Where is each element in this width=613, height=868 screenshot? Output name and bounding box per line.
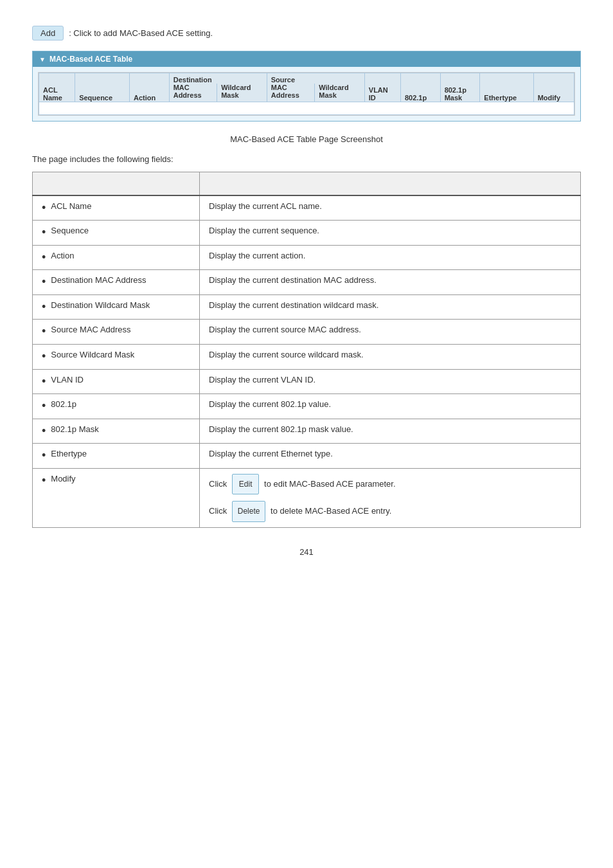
collapse-arrow-icon[interactable]: ▼ (39, 56, 46, 63)
field-label-sequence: • Sequence (33, 221, 200, 246)
th-source-group: Source (267, 73, 364, 84)
th-vlan-id: VLANID (364, 73, 400, 102)
bullet-sequence: • (42, 226, 46, 240)
bullet-vlan-id: • (42, 375, 46, 389)
field-label-acl-name: • ACL Name (33, 195, 200, 221)
bullet-modify: • (42, 474, 46, 488)
fields-intro: The page includes the following fields: (32, 154, 581, 164)
field-row-acl-name: • ACL Name Display the current ACL name. (33, 195, 581, 221)
field-row-src-wildcard: • Source Wildcard Mask Display the curre… (33, 345, 581, 370)
add-button[interactable]: Add (32, 26, 64, 41)
field-desc-vlan-id: Display the current VLAN ID. (200, 369, 581, 394)
th-src-mac: MACAddress (267, 84, 315, 102)
th-dest-wildcard: WildcardMask (217, 84, 267, 102)
th-8021p-mask: 802.1pMask (440, 73, 480, 102)
field-desc-src-wildcard: Display the current source wildcard mask… (200, 345, 581, 370)
th-8021p: 802.1p (400, 73, 440, 102)
field-desc-acl-name: Display the current ACL name. (200, 195, 581, 221)
bullet-src-wildcard: • (42, 350, 46, 364)
field-row-dest-mac: • Destination MAC Address Display the cu… (33, 270, 581, 295)
th-action: Action (130, 73, 170, 102)
field-desc-dest-wildcard: Display the current destination wildcard… (200, 294, 581, 320)
edit-button-example[interactable]: Edit (232, 474, 260, 494)
page-number: 241 (32, 547, 581, 557)
bullet-ethertype: • (42, 449, 46, 463)
bullet-action: • (42, 251, 46, 265)
th-sequence: Sequence (75, 73, 130, 102)
bullet-8021p-mask: • (42, 424, 46, 439)
field-desc-src-mac: Display the current source MAC address. (200, 320, 581, 345)
delete-desc-prefix: Click (209, 506, 229, 516)
field-label-vlan-id: • VLAN ID (33, 369, 200, 394)
field-label-action: • Action (33, 245, 200, 270)
field-row-modify: • Modify Click Edit to edit MAC-Based AC… (33, 469, 581, 528)
field-desc-action: Display the current action. (200, 245, 581, 270)
header-row (33, 172, 581, 195)
bullet-dest-wildcard: • (42, 300, 46, 314)
th-ethertype: Ethertype (480, 73, 533, 102)
ace-table: ACLName Sequence Action Destination Sour… (39, 73, 574, 115)
field-label-ethertype: • Ethertype (33, 444, 200, 469)
field-label-dest-wildcard: • Destination Wildcard Mask (33, 294, 200, 320)
delete-desc-suffix: to delete MAC-Based ACE entry. (271, 506, 391, 516)
field-desc-8021p-mask: Display the current 802.1p mask value. (200, 419, 581, 444)
th-src-wildcard: WildcardMask (315, 84, 365, 102)
edit-desc-suffix: to edit MAC-Based ACE parameter. (264, 479, 395, 489)
th-modify: Modify (533, 73, 574, 102)
field-desc-ethertype: Display the current Ethernet type. (200, 444, 581, 469)
ace-table-empty-row (39, 102, 574, 115)
table-caption: MAC-Based ACE Table Page Screenshot (32, 134, 581, 144)
th-dest-mac: MACAddress (169, 84, 217, 102)
field-label-modify: • Modify (33, 469, 200, 528)
fields-table: • ACL Name Display the current ACL name.… (32, 172, 581, 528)
field-row-sequence: • Sequence Display the current sequence. (33, 221, 581, 246)
th-destination-group: Destination (169, 73, 267, 84)
field-desc-modify: Click Edit to edit MAC-Based ACE paramet… (200, 469, 581, 528)
field-row-dest-wildcard: • Destination Wildcard Mask Display the … (33, 294, 581, 320)
add-section: Add : Click to add MAC-Based ACE setting… (32, 26, 581, 41)
field-row-vlan-id: • VLAN ID Display the current VLAN ID. (33, 369, 581, 394)
bullet-dest-mac: • (42, 275, 46, 289)
field-desc-8021p: Display the current 802.1p value. (200, 394, 581, 419)
field-label-8021p-mask: • 802.1p Mask (33, 419, 200, 444)
field-row-src-mac: • Source MAC Address Display the current… (33, 320, 581, 345)
field-label-dest-mac: • Destination MAC Address (33, 270, 200, 295)
ace-table-inner: ACLName Sequence Action Destination Sour… (38, 72, 575, 116)
field-row-action: • Action Display the current action. (33, 245, 581, 270)
field-label-src-wildcard: • Source Wildcard Mask (33, 345, 200, 370)
bullet-8021p: • (42, 399, 46, 413)
field-label-src-mac: • Source MAC Address (33, 320, 200, 345)
field-row-8021p: • 802.1p Display the current 802.1p valu… (33, 394, 581, 419)
field-row-ethertype: • Ethertype Display the current Ethernet… (33, 444, 581, 469)
delete-button-example[interactable]: Delete (232, 501, 266, 521)
ace-table-section: ▼ MAC-Based ACE Table ACLName Sequence A… (32, 51, 581, 122)
bullet-src-mac: • (42, 325, 46, 339)
field-label-8021p: • 802.1p (33, 394, 200, 419)
ace-table-header: ▼ MAC-Based ACE Table (33, 51, 580, 67)
field-row-8021p-mask: • 802.1p Mask Display the current 802.1p… (33, 419, 581, 444)
field-desc-dest-mac: Display the current destination MAC addr… (200, 270, 581, 295)
add-button-description: : Click to add MAC-Based ACE setting. (69, 28, 213, 38)
ace-table-title: MAC-Based ACE Table (49, 55, 132, 64)
edit-desc-prefix: Click (209, 479, 229, 489)
field-desc-sequence: Display the current sequence. (200, 221, 581, 246)
bullet-acl-name: • (42, 201, 46, 215)
th-acl-name: ACLName (39, 73, 75, 102)
